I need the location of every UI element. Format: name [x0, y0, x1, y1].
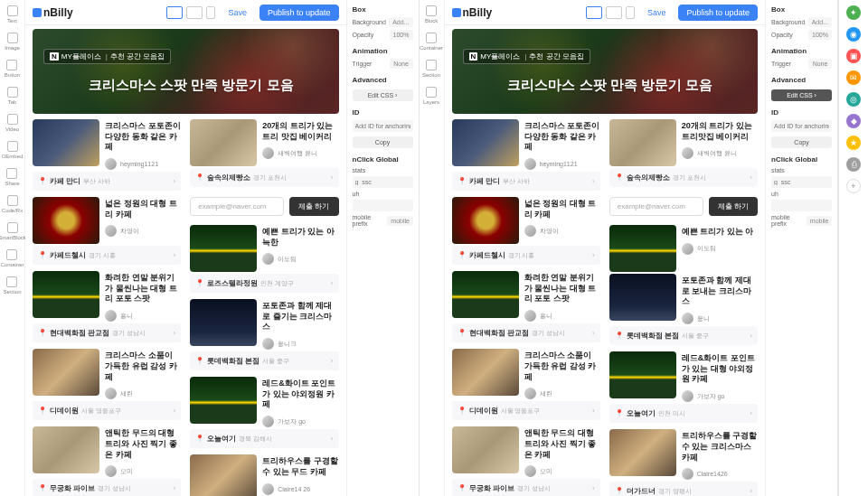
place-card[interactable]: 앤틱한 무드의 대형 트리와 사진 찍기 좋은 카페 모미	[452, 426, 600, 477]
app-dot-5[interactable]: ◎	[846, 92, 861, 107]
location-bar[interactable]: 📍오늘여기인천 미시›	[609, 404, 758, 423]
place-card[interactable]: 포토존과 함께 제대로 보내는 크리스마스 융니	[609, 274, 758, 324]
device-mobile-icon[interactable]	[206, 6, 215, 19]
uh-input[interactable]	[353, 200, 413, 211]
location-bar[interactable]: 📍로즈스텔라정원인천 계양구›	[190, 274, 338, 293]
bg-add-b[interactable]: Add...	[808, 17, 832, 27]
device-desktop-icon[interactable]	[586, 6, 602, 19]
tool-smartblock[interactable]: SmartBlock	[0, 222, 26, 240]
device-tablet-icon[interactable]	[186, 6, 203, 19]
save-button-b[interactable]: Save	[640, 5, 674, 20]
app-dot-4[interactable]: ✉	[846, 70, 861, 85]
copy-id-button-b[interactable]: Copy	[771, 136, 832, 148]
place-card[interactable]: 크리스마스 포토존이 다양한 동화 같은 카페 heyming1121	[452, 119, 600, 170]
tool-image[interactable]: Image	[5, 33, 20, 51]
app-dot-add[interactable]: +	[846, 179, 861, 193]
place-card[interactable]: 앤틱한 무드의 대형 트리와 사진 찍기 좋은 카페 모미	[33, 426, 181, 477]
tool-share[interactable]: Share	[5, 168, 19, 186]
location-bar[interactable]: 📍카페 만디부산 사하›	[33, 172, 181, 191]
app-dot-8[interactable]: ⎙	[846, 157, 861, 172]
id-input[interactable]	[353, 120, 413, 132]
place-card[interactable]: 레드&화이트 포인트가 있는 야외정원 카페 가보자 go	[190, 377, 338, 427]
publish-button[interactable]: Publish to update	[259, 5, 339, 21]
device-desktop-icon[interactable]	[166, 6, 183, 19]
location-bar[interactable]: 📍현대백화점 판교점경기 성남시›	[452, 323, 600, 342]
id-input-b[interactable]	[771, 120, 832, 132]
tool-layers[interactable]: Layers	[423, 87, 439, 105]
hero-section-b[interactable]: NMY플레이스|추천 공간 모음집 크리스마스 스팟 만족 방문기 모음	[452, 29, 759, 114]
tool-text[interactable]: Text	[7, 5, 18, 23]
tool-video[interactable]: Video	[5, 114, 19, 132]
place-card[interactable]: 20개의 트리가 있는 트리 맛집 베이커리 새벽여행 윤니	[190, 119, 338, 166]
device-switcher-b[interactable]	[586, 6, 635, 19]
gssc-input-b[interactable]	[771, 176, 832, 188]
place-card[interactable]: 레드&화이트 포인트가 있는 대형 야외정원 카페 가보자 go	[609, 351, 758, 402]
app-dot-2[interactable]: ◉	[846, 27, 861, 42]
tool-button[interactable]: Button	[5, 60, 20, 78]
location-bar[interactable]: 📍더가드너경기 양평시›	[609, 482, 758, 496]
app-dot-7[interactable]: ★	[846, 136, 861, 150]
opacity-field-b[interactable]: 100%	[808, 30, 832, 40]
location-bar[interactable]: 📍롯데백화점 본점서울 중구›	[609, 326, 758, 345]
opacity-field[interactable]: 100%	[390, 30, 413, 40]
device-tablet-icon[interactable]	[606, 6, 622, 19]
gssc-input[interactable]	[353, 176, 413, 188]
place-card[interactable]: 20개의 트리가 있는 트리맛집 베이커리 새벽여행 윤니	[609, 119, 758, 166]
place-card[interactable]: 예쁜 트리가 있는 아 이도팀	[609, 225, 758, 272]
place-card[interactable]: 트리하우스를 구경할 수 있는 무드 카페 Claire14 26	[190, 454, 338, 496]
trigger-select-b[interactable]: None	[808, 59, 832, 69]
canvas[interactable]: NMY플레이스|추천 공간 모음집 크리스마스 스팟 만족 방문기 모음 크리스…	[25, 25, 346, 496]
location-bar[interactable]: 📍카페드첼시경기 시흥›	[33, 246, 181, 265]
location-bar[interactable]: 📍숲속의제빵소경기 포천시›	[609, 168, 758, 187]
edit-css-button-b[interactable]: Edit CSS ›	[771, 89, 832, 101]
tool-container-b[interactable]: Container	[420, 33, 443, 51]
copy-id-button[interactable]: Copy	[353, 136, 413, 148]
bg-add[interactable]: Add...	[389, 17, 412, 27]
trigger-select[interactable]: None	[390, 59, 413, 69]
location-bar[interactable]: 📍무궁화 파이브경기 성남시›	[452, 479, 600, 496]
location-bar[interactable]: 📍디데이원서울 영등포구›	[33, 401, 181, 420]
email-input[interactable]: example@naver.com	[190, 197, 284, 216]
canvas-b[interactable]: NMY플레이스|추천 공간 모음집 크리스마스 스팟 만족 방문기 모음 크리스…	[445, 25, 766, 496]
tool-block[interactable]: Block	[425, 5, 439, 23]
tool-coderx[interactable]: Code/Rx	[2, 195, 23, 213]
email-input[interactable]: example@naver.com	[609, 197, 703, 216]
place-card[interactable]: 예쁜 트리가 있는 아늑한 이도팀	[190, 225, 338, 272]
place-card[interactable]: 넓은 정원의 대형 트리 카페 차영이	[33, 197, 181, 244]
location-bar[interactable]: 📍오늘여기경북 김해시›	[190, 429, 338, 448]
device-mobile-icon[interactable]	[626, 6, 635, 19]
publish-button-b[interactable]: Publish to update	[678, 5, 758, 21]
submit-button[interactable]: 제출 하기	[709, 197, 758, 216]
tool-container[interactable]: Container	[0, 249, 24, 267]
place-card[interactable]: 트리하우스를 구경할 수 있는 크리스마스 카페 Claire1426	[609, 429, 758, 480]
place-card[interactable]: 크리스마스 소품이 가득한 유럽 감성 카페 세린	[452, 349, 600, 399]
app-dot-6[interactable]: ◆	[846, 114, 861, 128]
place-card[interactable]: 화려한 연말 분위기가 물씬나는 대형 트리 포토 스팟 용니	[33, 271, 181, 322]
logo: nBilly	[33, 6, 73, 19]
device-switcher[interactable]	[166, 6, 215, 19]
hero-section[interactable]: NMY플레이스|추천 공간 모음집 크리스마스 스팟 만족 방문기 모음	[33, 29, 339, 114]
tool-tab[interactable]: Tab	[7, 87, 18, 105]
edit-css-button[interactable]: Edit CSS ›	[353, 89, 413, 101]
location-bar[interactable]: 📍카페드첼시경기 시흥›	[452, 246, 600, 265]
place-card[interactable]: 넓은 정원의 대형 트리 카페 차영이	[452, 197, 600, 244]
tool-section-b[interactable]: Section	[422, 60, 440, 78]
tool-oembed[interactable]: OEmbed	[2, 141, 24, 159]
card-thumbnail	[609, 225, 676, 272]
uh-input-b[interactable]	[771, 200, 832, 211]
location-bar[interactable]: 📍카페 만디부산 사하›	[452, 172, 600, 191]
location-bar[interactable]: 📍롯데백화점 본점서울 중구›	[190, 351, 338, 370]
location-bar[interactable]: 📍무궁화 파이브경기 성남시›	[33, 479, 181, 496]
location-bar[interactable]: 📍디데이원서울 영등포구›	[452, 401, 600, 420]
app-dot-3[interactable]: ▣	[846, 49, 861, 63]
place-card[interactable]: 포토존과 함께 제대로 즐기는 크리스마스 융니크	[190, 299, 338, 350]
tool-section[interactable]: Section	[3, 276, 21, 295]
submit-button[interactable]: 제출 하기	[289, 197, 338, 216]
place-card[interactable]: 크리스마스 포토존이 다양한 동화 같은 카페 heyming1121	[33, 119, 181, 170]
place-card[interactable]: 화려한 연말 분위기가 물씬나는 대형 트리 포토 스팟 용니	[452, 271, 600, 322]
place-card[interactable]: 크리스마스 소품이 가득한 유럽 감성 카페 세린	[33, 349, 181, 399]
location-bar[interactable]: 📍숲속의제빵소경기 포천시›	[190, 168, 338, 187]
save-button[interactable]: Save	[221, 5, 254, 20]
location-bar[interactable]: 📍현대백화점 판교점경기 성남시›	[33, 323, 181, 342]
app-dot-1[interactable]: ✦	[846, 5, 861, 20]
